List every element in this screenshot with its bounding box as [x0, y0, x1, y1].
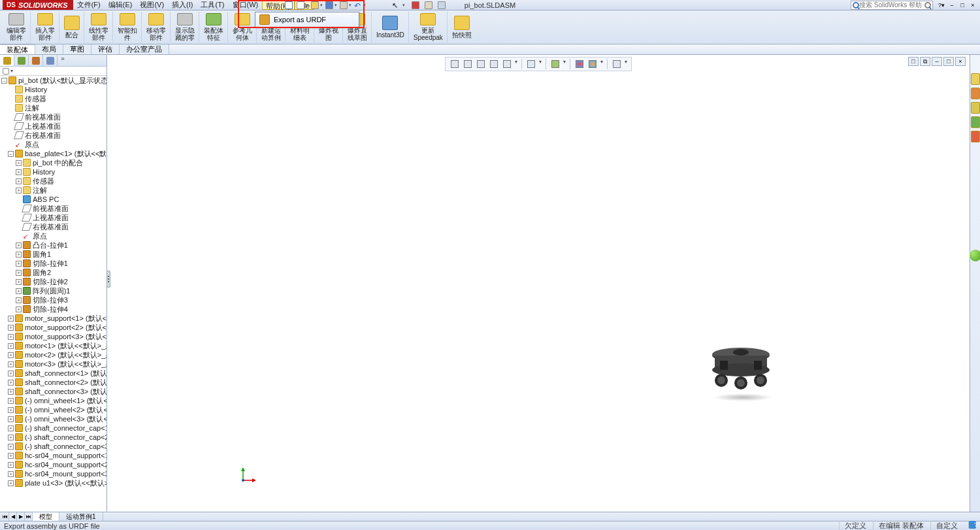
vp-min-icon[interactable]: – — [932, 57, 942, 66]
appearance-icon[interactable] — [574, 59, 585, 69]
tree-row[interactable]: +motor<2> (默认<<默认>_显 — [0, 350, 106, 359]
qa-new[interactable] — [295, 1, 306, 10]
minimize-button[interactable]: – — [947, 1, 956, 9]
tree-expander[interactable]: + — [16, 270, 22, 276]
cmd-tab-4[interactable]: 办公室产品 — [120, 44, 169, 54]
tree-row[interactable]: –pi_bot (默认<默认_显示状态-1> — [0, 76, 106, 85]
tree-expander[interactable]: + — [16, 306, 22, 312]
status-help-icon[interactable]: ? — [968, 521, 976, 529]
tree-expander[interactable]: + — [8, 398, 14, 404]
tree-expander[interactable]: + — [8, 435, 14, 440]
tree-row[interactable]: +hc-sr04_mount_support<1> — [0, 451, 106, 460]
tree-row[interactable]: +(-) omni_wheel<3> (默认<显 — [0, 414, 106, 423]
tree-row[interactable]: +切除-拉伸4 — [0, 305, 106, 314]
qa-options[interactable] — [423, 1, 434, 10]
btab-prev[interactable]: ◀ — [9, 512, 17, 521]
tree-expander[interactable]: + — [16, 288, 22, 294]
tree-row[interactable]: +motor_support<3> (默认< — [0, 332, 106, 341]
menu-window[interactable]: 窗口(W) — [229, 0, 263, 10]
tree-expander[interactable]: + — [8, 407, 14, 413]
vp-single-icon[interactable]: □ — [908, 57, 919, 66]
tree-row[interactable]: 上视基准面 — [0, 122, 106, 131]
tree-row[interactable]: +(-) shaft_connector_cap<2> — [0, 433, 106, 442]
tp-design-lib-tab[interactable] — [971, 88, 980, 99]
ribbon-btn-14[interactable]: 更新 Speedpak — [410, 12, 448, 42]
tree-expander[interactable]: – — [1, 78, 7, 84]
scene-icon[interactable] — [587, 59, 598, 69]
qa-print[interactable] — [338, 1, 349, 10]
tree-row[interactable]: +(-) shaft_connector_cap<1> — [0, 423, 106, 433]
ribbon-btn-6[interactable]: 显示隐 藏的零 — [171, 12, 199, 42]
tree-expander[interactable]: + — [8, 343, 14, 349]
tree-row[interactable]: +圆角1 — [0, 250, 106, 259]
tree-expander[interactable] — [8, 96, 14, 102]
tree-expander[interactable]: + — [8, 352, 14, 358]
tree-filter-bar[interactable]: ▾ — [0, 67, 106, 76]
tree-row[interactable]: 原点 — [0, 231, 106, 240]
fm-tabs-expand[interactable]: » — [57, 55, 68, 66]
tree-expander[interactable]: + — [16, 297, 22, 303]
ribbon-btn-3[interactable]: 线性零 部件 — [85, 12, 113, 42]
tree-row[interactable]: +切除-拉伸3 — [0, 295, 106, 305]
tree-row[interactable]: ABS PC — [0, 195, 106, 204]
display-style-icon[interactable] — [526, 59, 536, 69]
tree-expander[interactable] — [8, 124, 14, 129]
tree-expander[interactable] — [8, 142, 14, 148]
vp-max-icon[interactable]: □ — [943, 57, 954, 66]
tree-expander[interactable]: + — [16, 188, 22, 193]
ribbon-btn-2[interactable]: 配合 — [60, 12, 84, 42]
ribbon-btn-8[interactable]: 参考几 何体 — [229, 12, 257, 42]
tree-row[interactable]: +(-) omni_wheel<1> (默认<显 — [0, 396, 106, 405]
cmd-tab-0[interactable]: 装配体 — [0, 44, 35, 54]
tp-appearance-tab[interactable] — [971, 131, 980, 142]
tree-row[interactable]: +传感器 — [0, 176, 106, 186]
status-custom[interactable]: 自定义 — [930, 521, 958, 530]
tree-row[interactable]: 前视基准面 — [0, 112, 106, 122]
qa-misc[interactable] — [436, 1, 447, 10]
tree-expander[interactable]: + — [8, 361, 14, 367]
tree-row[interactable]: –base_plate<1> (默认<<默认 — [0, 149, 106, 158]
export-as-urdf-item[interactable]: Export as URDF — [255, 12, 359, 27]
tree-row[interactable]: +hc-sr04_mount_support<2> — [0, 460, 106, 469]
view-setting-icon[interactable] — [612, 59, 622, 69]
notification-bubble[interactable] — [970, 250, 980, 261]
tree-expander[interactable]: + — [16, 279, 22, 285]
menu-edit[interactable]: 编辑(E) — [105, 0, 137, 10]
tree-row[interactable]: +切除-拉伸2 — [0, 277, 106, 286]
ribbon-btn-0[interactable]: 编辑零 部件 — [3, 12, 31, 42]
btab-first[interactable]: ⏮ — [1, 512, 9, 521]
fm-tab-dim[interactable] — [43, 55, 57, 66]
tree-expander[interactable]: + — [8, 462, 14, 468]
fm-tab-config[interactable] — [29, 55, 43, 66]
fm-tab-feature-tree[interactable] — [0, 55, 14, 66]
qa-sketch[interactable] — [284, 1, 294, 10]
help-dropdown-icon[interactable]: ?▾ — [937, 1, 946, 9]
tree-row[interactable]: +阵列(圆周)1 — [0, 286, 106, 295]
tree-expander[interactable]: + — [8, 325, 14, 331]
fm-tab-property[interactable] — [14, 55, 29, 66]
tree-row[interactable]: +History — [0, 167, 106, 176]
menu-view[interactable]: 视图(V) — [136, 0, 168, 10]
qa-rebuild[interactable] — [410, 1, 421, 10]
tree-expander[interactable] — [8, 105, 14, 111]
hide-show-icon[interactable] — [550, 59, 561, 69]
tree-row[interactable]: +plate u1<3> (默认<<默认> — [0, 478, 106, 488]
tree-expander[interactable]: + — [8, 316, 14, 322]
btab-motion1[interactable]: 运动算例1 — [59, 512, 103, 521]
tree-expander[interactable]: + — [16, 169, 22, 175]
tree-expander[interactable]: + — [8, 371, 14, 376]
tree-expander[interactable]: + — [16, 160, 22, 166]
vp-close-icon[interactable]: × — [955, 57, 966, 66]
tree-expander[interactable] — [16, 197, 22, 203]
tree-expander[interactable] — [8, 133, 14, 139]
ribbon-btn-15[interactable]: 拍快照 — [448, 12, 476, 42]
zoom-fit-icon[interactable] — [449, 59, 460, 69]
tree-row[interactable]: +圆角2 — [0, 268, 106, 277]
tree-row[interactable]: +shaft_connector<1> (默认< — [0, 369, 106, 378]
close-button[interactable]: × — [968, 1, 977, 9]
help-search[interactable] — [851, 1, 933, 10]
tree-expander[interactable]: + — [8, 389, 14, 395]
tree-row[interactable]: 上视基准面 — [0, 213, 106, 222]
cmd-tab-3[interactable]: 评估 — [91, 44, 120, 54]
ribbon-btn-1[interactable]: 插入零 部件 — [31, 12, 59, 42]
